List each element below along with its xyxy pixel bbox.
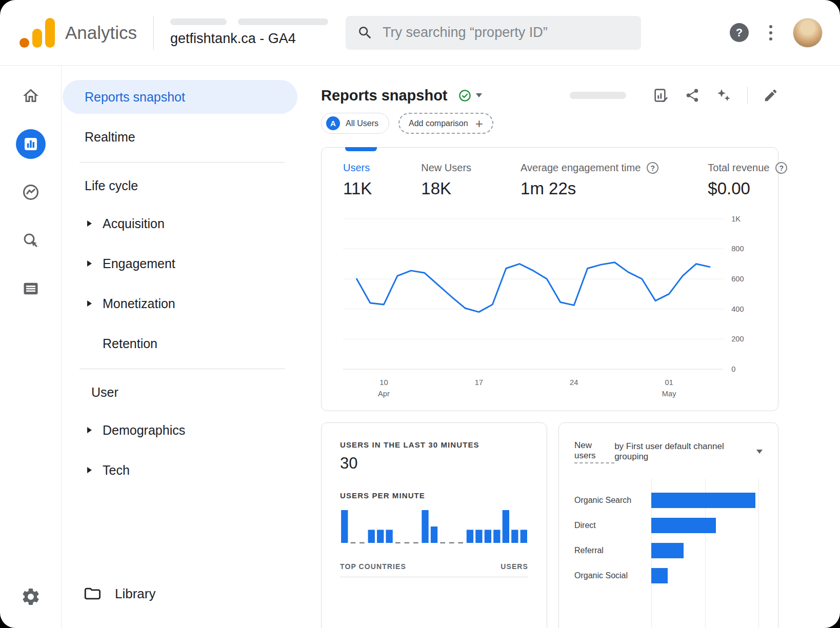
metric-value: 18K <box>421 179 471 198</box>
info-icon[interactable]: ? <box>647 162 658 174</box>
top-bar: Analytics getfishtank.ca - GA4 ? <box>0 0 840 66</box>
top-countries-header: TOP COUNTRIES <box>340 562 406 571</box>
app-name: Analytics <box>65 23 137 43</box>
sidebar-item-tech[interactable]: Tech <box>62 450 303 490</box>
sidebar-item-label: Acquisition <box>103 216 165 231</box>
channel-bar <box>651 543 684 558</box>
logo-bar-mid <box>32 29 42 48</box>
sidebar-item-reports-snapshot[interactable]: Reports snapshot <box>63 80 297 114</box>
reports-icon <box>23 136 39 152</box>
customize-report-button[interactable] <box>653 87 669 104</box>
ga4-app-window: Analytics getfishtank.ca - GA4 ? <box>0 0 840 628</box>
metric-value: 11K <box>343 179 372 198</box>
svg-text:1K: 1K <box>731 215 741 223</box>
folder-icon <box>83 585 101 602</box>
share-button[interactable] <box>685 88 700 103</box>
search-input[interactable] <box>383 25 630 40</box>
svg-text:Apr: Apr <box>378 390 390 398</box>
global-search[interactable] <box>346 16 641 50</box>
channel-bar-chart: Organic SearchDirectReferralOrganic Soci… <box>574 488 763 589</box>
chevron-right-icon <box>87 260 92 267</box>
realtime-users-value: 30 <box>340 454 528 473</box>
explore-icon <box>22 183 40 201</box>
metric-tab-new-users[interactable]: New Users 18K <box>421 162 471 198</box>
sidebar-divider <box>79 162 285 163</box>
redacted-date-range-pill <box>570 92 626 99</box>
channels-card: New users by First user default channel … <box>558 422 778 628</box>
metric-tab-engagement-time[interactable]: Average engagement time ? 1m 22s <box>521 162 658 198</box>
svg-text:May: May <box>662 390 676 398</box>
channels-title-rest: by First user default channel grouping <box>614 441 756 462</box>
add-comparison-chip[interactable]: Add comparison + <box>398 113 493 134</box>
list-icon <box>22 279 40 298</box>
users-per-minute-chart <box>340 507 528 545</box>
sidebar-item-monetization[interactable]: Monetization <box>62 283 303 323</box>
property-switcher[interactable]: getfishtank.ca - GA4 <box>170 18 328 47</box>
sidebar-item-library[interactable]: Library <box>62 578 303 610</box>
sidebar-item-label: Engagement <box>103 256 175 271</box>
metric-label: Total revenue <box>708 162 769 174</box>
chevron-down-icon[interactable] <box>756 450 763 454</box>
svg-text:17: 17 <box>475 378 483 387</box>
channel-row: Direct <box>574 513 763 538</box>
share-icon <box>685 88 700 103</box>
sidebar-item-retention[interactable]: Retention <box>62 323 303 363</box>
help-icon[interactable]: ? <box>730 23 749 42</box>
svg-text:01: 01 <box>665 378 673 387</box>
avatar[interactable] <box>793 18 823 48</box>
analytics-logo-icon[interactable] <box>19 18 55 48</box>
users-line-chart: 02004006008001K10Apr172401May <box>343 211 759 404</box>
home-nav-button[interactable] <box>16 81 46 111</box>
channel-label: Organic Search <box>574 496 651 505</box>
channel-label: Organic Social <box>574 571 651 580</box>
all-users-chip[interactable]: A All Users <box>321 113 389 134</box>
sidebar-item-acquisition[interactable]: Acquisition <box>62 204 303 244</box>
redacted-account-pill <box>238 18 328 25</box>
new-users-metric-selector[interactable]: New users <box>574 440 614 463</box>
metric-tab-users[interactable]: Users 11K <box>343 162 372 198</box>
channel-row: Organic Social <box>574 563 763 589</box>
reports-nav-button[interactable] <box>16 129 46 159</box>
metric-tab-total-revenue[interactable]: Total revenue ? $0.00 <box>708 162 787 198</box>
overview-card: Users 11K New Users 18K Average engageme… <box>321 147 778 411</box>
kebab-menu-icon[interactable] <box>767 23 774 43</box>
reports-sidebar: Reports snapshot Realtime Life cycle Acq… <box>62 66 303 628</box>
metric-value: $0.00 <box>708 179 787 198</box>
svg-text:0: 0 <box>731 365 735 373</box>
advertising-nav-button[interactable] <box>16 226 46 255</box>
chevron-down-icon <box>476 93 482 97</box>
sidebar-item-realtime[interactable]: Realtime <box>62 117 303 157</box>
admin-nav-button[interactable] <box>16 274 46 303</box>
home-icon <box>22 87 40 105</box>
metric-label: Users <box>343 162 372 174</box>
property-name[interactable]: getfishtank.ca - GA4 <box>170 31 328 47</box>
page-title: Reports snapshot <box>321 87 448 104</box>
chevron-right-icon <box>87 427 92 433</box>
channel-bar <box>651 518 716 533</box>
insights-button[interactable] <box>715 87 732 104</box>
gear-icon <box>21 586 41 607</box>
channel-bar <box>651 568 668 583</box>
topbar-divider <box>153 16 154 50</box>
info-icon[interactable]: ? <box>775 162 787 174</box>
logo-bar-tall <box>45 18 55 48</box>
sidebar-heading-life-cycle: Life cycle <box>62 168 303 204</box>
settings-nav-button[interactable] <box>16 582 46 612</box>
sidebar-item-label: Reports snapshot <box>85 90 185 105</box>
channel-label: Direct <box>574 521 651 530</box>
redacted-account-pill <box>170 18 227 25</box>
sidebar-heading-user: User <box>62 374 303 410</box>
sidebar-item-engagement[interactable]: Engagement <box>62 244 303 283</box>
sidebar-item-demographics[interactable]: Demographics <box>62 410 303 450</box>
audience-badge: A <box>326 116 340 130</box>
channel-row: Referral <box>574 538 763 563</box>
report-status-dropdown[interactable] <box>458 89 482 103</box>
edit-report-button[interactable] <box>763 88 778 103</box>
search-icon <box>357 25 373 41</box>
check-circle-icon <box>458 89 472 103</box>
explore-nav-button[interactable] <box>16 177 46 207</box>
sidebar-item-label: Tech <box>103 463 130 478</box>
sidebar-divider <box>79 369 285 369</box>
users-column-header: USERS <box>501 562 528 571</box>
svg-text:600: 600 <box>731 275 744 283</box>
